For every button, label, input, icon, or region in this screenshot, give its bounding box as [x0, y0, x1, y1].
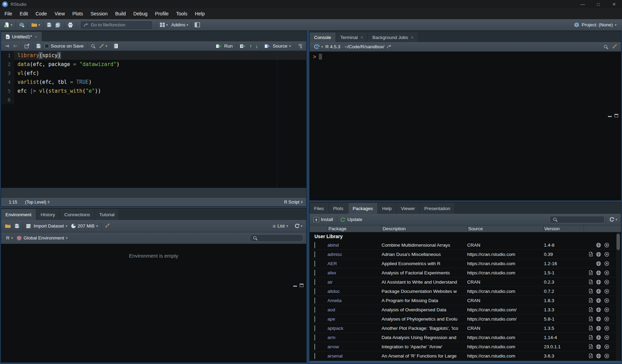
checkbox[interactable]	[314, 335, 315, 340]
package-name[interactable]: Amelia	[327, 298, 382, 303]
memory-usage-button[interactable]: 207 MiB▾	[69, 222, 100, 231]
scrollbar-thumb[interactable]	[617, 234, 620, 250]
goto-file-box[interactable]	[81, 21, 152, 29]
remove-package-icon[interactable]	[604, 261, 609, 266]
forward-button[interactable]	[11, 42, 20, 51]
package-name[interactable]: arm	[327, 335, 382, 340]
remove-package-icon[interactable]	[604, 252, 609, 257]
save-all-button[interactable]	[53, 21, 63, 29]
package-name[interactable]: altdoc	[327, 289, 382, 294]
tab-background-jobs[interactable]: Background Jobs×	[368, 32, 418, 42]
tab-connections[interactable]: Connections	[60, 209, 95, 220]
close-tab-icon[interactable]: ×	[361, 35, 363, 40]
package-name[interactable]: afex	[327, 270, 382, 275]
package-name[interactable]: abind	[327, 243, 382, 248]
website-icon[interactable]	[596, 270, 601, 275]
remove-package-icon[interactable]	[604, 316, 609, 322]
save-source-button[interactable]	[34, 42, 43, 51]
remove-package-icon[interactable]	[604, 289, 609, 294]
code-line[interactable]: 1library(spicy)	[1, 51, 306, 60]
source-on-save-checkbox[interactable]: Source on Save	[43, 42, 86, 51]
new-file-button[interactable]: ▾	[2, 21, 14, 29]
website-icon[interactable]	[596, 307, 601, 312]
tab-packages[interactable]: Packages	[348, 203, 378, 214]
manual-icon[interactable]	[589, 270, 593, 275]
package-name[interactable]: admisc	[327, 252, 382, 257]
compile-report-button[interactable]	[112, 42, 120, 51]
packages-search-input[interactable]	[559, 217, 600, 222]
checkbox[interactable]	[314, 353, 315, 359]
website-icon[interactable]	[596, 261, 601, 266]
install-button[interactable]: Install	[312, 215, 335, 224]
code-line[interactable]: 6	[1, 95, 306, 104]
save-workspace-button[interactable]	[13, 222, 21, 231]
checkbox[interactable]	[314, 325, 315, 331]
manual-icon[interactable]	[589, 316, 593, 321]
code-editor[interactable]: 1library(spicy)2data(efc, package = "dat…	[1, 51, 306, 188]
website-icon[interactable]	[596, 289, 601, 294]
package-name[interactable]: aplpack	[327, 326, 382, 331]
menu-edit[interactable]: Edit	[16, 8, 32, 19]
package-name[interactable]: arsenal	[327, 353, 382, 359]
package-name[interactable]: aod	[327, 307, 382, 312]
tab-terminal[interactable]: Terminal×	[336, 32, 368, 42]
tab-history[interactable]: History	[36, 209, 60, 220]
menu-code[interactable]: Code	[32, 8, 51, 19]
checkbox[interactable]	[314, 270, 315, 276]
remove-package-icon[interactable]	[604, 280, 609, 285]
menu-debug[interactable]: Debug	[129, 8, 151, 19]
manual-icon[interactable]	[589, 326, 593, 330]
package-name[interactable]: ape	[327, 316, 382, 322]
remove-package-icon[interactable]	[604, 353, 609, 359]
website-icon[interactable]	[596, 280, 601, 285]
website-icon[interactable]	[596, 353, 601, 359]
tab-help[interactable]: Help	[378, 203, 397, 214]
run-button[interactable]: Run	[214, 42, 235, 51]
tab-files[interactable]: Files	[310, 203, 329, 214]
project-menu-button[interactable]: R Project: (None) ▾	[574, 22, 620, 28]
tab-plots[interactable]: Plots	[329, 203, 348, 214]
tab-presentation[interactable]: Presentation	[420, 203, 455, 214]
remove-package-icon[interactable]	[604, 307, 609, 312]
checkbox[interactable]	[314, 316, 315, 322]
manual-icon[interactable]	[589, 252, 593, 257]
open-wd-button[interactable]	[385, 42, 394, 51]
menu-tools[interactable]: Tools	[172, 8, 191, 19]
remove-package-icon[interactable]	[604, 363, 609, 363]
back-button[interactable]	[3, 42, 11, 51]
addins-button[interactable]: Addins▾	[170, 21, 190, 29]
menu-help[interactable]: Help	[191, 8, 209, 19]
remove-package-icon[interactable]	[604, 298, 609, 303]
pane-layout-button[interactable]	[193, 21, 202, 29]
close-button[interactable]: ✕	[606, 0, 622, 8]
remove-package-icon[interactable]	[604, 270, 609, 275]
website-icon[interactable]	[596, 252, 601, 257]
manual-icon[interactable]	[589, 353, 593, 358]
remove-package-icon[interactable]	[604, 335, 609, 340]
language-selector[interactable]: R▾	[4, 234, 15, 243]
tab-environment[interactable]: Environment	[1, 209, 36, 220]
manual-icon[interactable]	[589, 344, 593, 349]
website-icon[interactable]	[596, 363, 601, 363]
next-chunk-button[interactable]: ↓	[254, 42, 260, 51]
tab-viewer[interactable]: Viewer	[397, 203, 420, 214]
remove-package-icon[interactable]	[604, 344, 609, 349]
file-type-selector[interactable]: R Script	[284, 200, 306, 205]
menu-profile[interactable]: Profile	[151, 8, 173, 19]
clear-environment-button[interactable]	[103, 222, 112, 231]
r-version-menu[interactable]: R▾	[312, 42, 325, 51]
import-dataset-button[interactable]: Import Dataset▾	[24, 222, 69, 231]
checkbox[interactable]	[314, 242, 315, 248]
package-name[interactable]: arrow	[327, 344, 382, 349]
new-project-button[interactable]	[17, 21, 26, 29]
code-line[interactable]: 2data(efc, package = "datawizard")	[1, 60, 306, 69]
view-mode-button[interactable]: ≡List▾	[271, 222, 290, 231]
menu-file[interactable]: File	[1, 8, 16, 19]
checkbox[interactable]	[314, 298, 315, 303]
manual-icon[interactable]	[589, 335, 593, 340]
load-workspace-button[interactable]	[3, 222, 13, 231]
save-button[interactable]	[45, 21, 53, 29]
website-icon[interactable]	[596, 316, 601, 322]
code-tools-button[interactable]: ▾	[97, 42, 109, 51]
maximize-pane-icon[interactable]	[300, 284, 303, 287]
